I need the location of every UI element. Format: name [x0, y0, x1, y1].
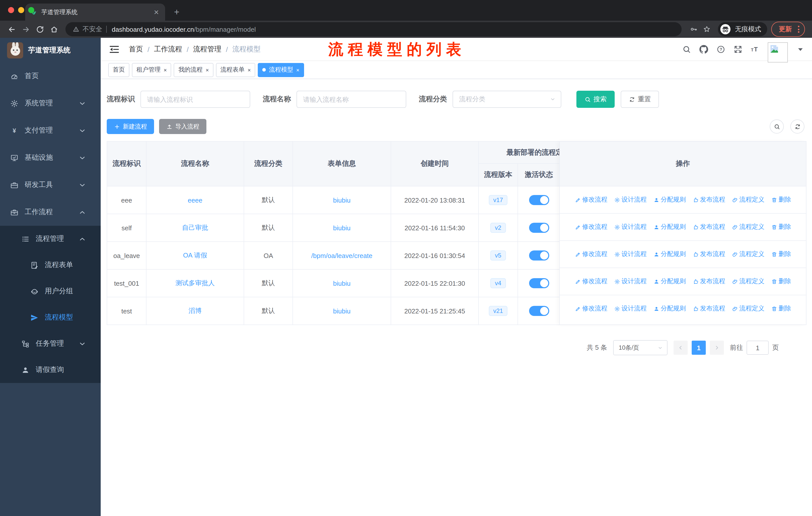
home-icon[interactable] — [47, 23, 60, 36]
sidebar-item-4[interactable]: 研发工具 — [0, 171, 101, 198]
prev-page-button[interactable] — [673, 341, 688, 355]
hide-search-button[interactable] — [770, 119, 784, 134]
action-delete[interactable]: 删除 — [771, 277, 791, 286]
tag-close-icon[interactable]: × — [296, 67, 299, 73]
action-modify[interactable]: 修改流程 — [575, 304, 607, 313]
browser-update-button[interactable]: 更新 — [771, 22, 805, 37]
action-definition[interactable]: 流程定义 — [732, 223, 764, 231]
app-logo[interactable]: 芋道管理系统 — [0, 38, 101, 62]
new-tab-button[interactable]: + — [170, 5, 183, 19]
browser-tab[interactable]: 芋道管理系统 ✕ — [25, 3, 165, 21]
action-delete[interactable]: 删除 — [771, 195, 791, 204]
form-link[interactable]: /bpm/oa/leave/create — [311, 252, 373, 259]
bookmark-star-icon[interactable] — [703, 25, 711, 33]
action-design[interactable]: 设计流程 — [614, 277, 647, 286]
process-name-link[interactable]: eeee — [188, 196, 202, 204]
font-size-icon[interactable]: TT — [751, 45, 760, 54]
action-assign[interactable]: 分配规则 — [653, 223, 686, 231]
create-process-button[interactable]: 新建流程 — [107, 119, 154, 134]
tag-close-icon[interactable]: × — [164, 67, 167, 73]
action-delete[interactable]: 删除 — [771, 223, 791, 231]
action-assign[interactable]: 分配规则 — [653, 304, 686, 313]
process-id-input[interactable] — [141, 91, 250, 108]
breadcrumb-home[interactable]: 首页 — [129, 45, 143, 54]
action-publish[interactable]: 发布流程 — [692, 250, 725, 259]
active-toggle[interactable] — [529, 306, 549, 316]
forward-icon[interactable] — [19, 23, 32, 36]
refresh-table-button[interactable] — [790, 119, 805, 134]
minimize-window-button[interactable] — [18, 7, 24, 13]
action-delete[interactable]: 删除 — [771, 304, 791, 313]
sidebar-item-9[interactable]: 流程模型 — [0, 304, 101, 331]
sidebar-item-0[interactable]: 首页 — [0, 62, 101, 90]
sidebar-fold-icon[interactable] — [109, 44, 120, 55]
form-link[interactable]: biubiu — [333, 279, 350, 287]
process-category-select[interactable]: 流程分类 — [453, 91, 561, 108]
process-name-link[interactable]: 滔博 — [188, 306, 202, 316]
sidebar-item-7[interactable]: 流程表单 — [0, 252, 101, 278]
import-process-button[interactable]: 导入流程 — [159, 119, 206, 134]
action-assign[interactable]: 分配规则 — [653, 250, 686, 259]
action-modify[interactable]: 修改流程 — [575, 195, 607, 204]
close-window-button[interactable] — [8, 7, 14, 13]
sidebar-item-11[interactable]: 请假查询 — [0, 357, 101, 383]
action-definition[interactable]: 流程定义 — [732, 195, 764, 204]
active-toggle[interactable] — [529, 223, 549, 233]
sidebar-item-3[interactable]: 基础设施 — [0, 144, 101, 171]
tag-4[interactable]: 流程模型 × — [258, 63, 304, 77]
tab-close-icon[interactable]: ✕ — [152, 8, 160, 16]
tag-close-icon[interactable]: × — [206, 67, 209, 73]
page-number-1[interactable]: 1 — [692, 341, 706, 355]
search-icon[interactable] — [682, 45, 691, 54]
zoom-window-button[interactable] — [28, 7, 34, 13]
sidebar-item-6[interactable]: 流程管理 — [0, 226, 101, 252]
browser-menu-icon[interactable] — [798, 26, 800, 33]
action-assign[interactable]: 分配规则 — [653, 277, 686, 286]
action-modify[interactable]: 修改流程 — [575, 250, 607, 259]
breadcrumb-workflow[interactable]: 工作流程 — [154, 45, 182, 54]
action-definition[interactable]: 流程定义 — [732, 304, 764, 313]
active-toggle[interactable] — [529, 195, 549, 205]
action-publish[interactable]: 发布流程 — [692, 304, 725, 313]
next-page-button[interactable] — [710, 341, 724, 355]
action-assign[interactable]: 分配规则 — [653, 195, 686, 204]
user-avatar[interactable] — [768, 42, 788, 62]
tag-0[interactable]: 首页 — [108, 63, 129, 77]
back-icon[interactable] — [5, 23, 18, 36]
action-modify[interactable]: 修改流程 — [575, 223, 607, 231]
form-link[interactable]: biubiu — [333, 307, 350, 315]
tag-3[interactable]: 流程表单 × — [216, 63, 256, 77]
help-icon[interactable]: ? — [716, 45, 725, 54]
process-name-link[interactable]: 自己审批 — [182, 223, 208, 232]
goto-page-input[interactable] — [747, 341, 769, 355]
process-name-link[interactable]: 测试多审批人 — [175, 279, 215, 288]
action-design[interactable]: 设计流程 — [614, 250, 647, 259]
action-publish[interactable]: 发布流程 — [692, 223, 725, 231]
fullscreen-icon[interactable] — [733, 45, 743, 54]
action-design[interactable]: 设计流程 — [614, 195, 647, 204]
breadcrumb-process-mgmt[interactable]: 流程管理 — [193, 45, 222, 54]
action-publish[interactable]: 发布流程 — [692, 195, 725, 204]
sidebar-item-8[interactable]: 用户分组 — [0, 278, 101, 304]
active-toggle[interactable] — [529, 278, 549, 288]
tag-close-icon[interactable]: × — [248, 67, 251, 73]
process-name-link[interactable]: OA 请假 — [183, 251, 207, 260]
tag-2[interactable]: 我的流程 × — [174, 63, 213, 77]
action-definition[interactable]: 流程定义 — [732, 277, 764, 286]
caret-down-icon[interactable] — [796, 45, 805, 54]
action-publish[interactable]: 发布流程 — [692, 277, 725, 286]
password-key-icon[interactable] — [690, 25, 698, 33]
sidebar-item-10[interactable]: 任务管理 — [0, 331, 101, 357]
reset-button[interactable]: 重置 — [621, 91, 659, 108]
process-name-input[interactable] — [296, 91, 406, 108]
github-icon[interactable] — [699, 45, 708, 54]
search-button[interactable]: 搜索 — [576, 91, 615, 108]
reload-icon[interactable] — [33, 23, 46, 36]
action-definition[interactable]: 流程定义 — [732, 250, 764, 259]
form-link[interactable]: biubiu — [333, 224, 350, 232]
page-size-select[interactable]: 10条/页 — [613, 340, 668, 355]
action-modify[interactable]: 修改流程 — [575, 277, 607, 286]
tag-1[interactable]: 租户管理 × — [132, 63, 171, 77]
url-bar[interactable]: 不安全 dashboard.yudao.iocoder.cn/bpm/manag… — [65, 22, 682, 36]
active-toggle[interactable] — [529, 250, 549, 261]
